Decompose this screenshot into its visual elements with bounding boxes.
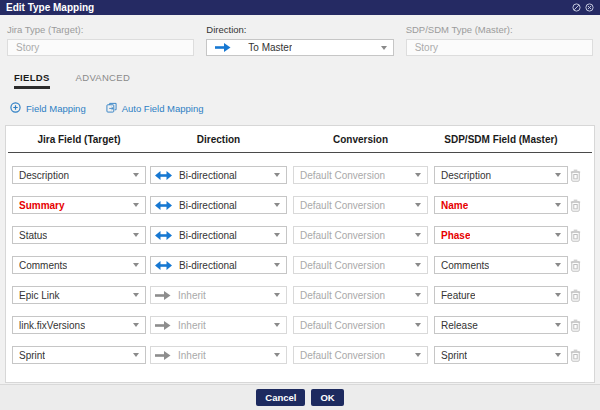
jira-field-select[interactable]: Sprint [12, 346, 146, 364]
conversion-select[interactable]: Default Conversion [293, 166, 428, 184]
chevron-down-icon [274, 353, 280, 357]
chevron-down-icon [133, 203, 139, 207]
auto-field-mapping-label: Auto Field Mapping [122, 103, 204, 114]
edit-type-mapping-dialog: Edit Type Mapping Jira Type (Target): St… [0, 0, 600, 410]
circle-slash-icon[interactable] [572, 3, 581, 12]
arrow-right-icon [215, 43, 231, 52]
chevron-down-icon [415, 173, 421, 177]
sdp-field-select[interactable]: Name [434, 196, 568, 214]
jira-field-value: Summary [19, 200, 65, 211]
jira-field-select[interactable]: Status [12, 226, 146, 244]
tab-bar: FIELDS ADVANCED [0, 64, 600, 89]
conversion-select[interactable]: Default Conversion [293, 286, 428, 304]
direction-select[interactable]: Inherit [150, 346, 287, 364]
conversion-select[interactable]: Default Conversion [293, 196, 428, 214]
arrow-both-icon [155, 201, 172, 210]
field-mapping-button[interactable]: Field Mapping [10, 102, 86, 115]
chevron-down-icon [415, 203, 421, 207]
chevron-down-icon [415, 293, 421, 297]
jira-field-select[interactable]: Comments [12, 256, 146, 274]
direction-value: To Master [248, 42, 292, 53]
sdp-field-select[interactable]: Feature [434, 286, 568, 304]
chevron-down-icon [274, 323, 280, 327]
close-icon[interactable] [585, 3, 594, 12]
table-row: Status Bi-directional Default Conversion… [12, 226, 588, 244]
table-row: Description Bi-directional Default Conve… [12, 166, 588, 184]
jira-field-select[interactable]: Epic Link [12, 286, 146, 304]
jira-type-value: Story [16, 42, 39, 53]
direction-select[interactable]: Bi-directional [150, 256, 287, 274]
chevron-down-icon [133, 293, 139, 297]
jira-field-select[interactable]: Description [12, 166, 146, 184]
chevron-down-icon [274, 293, 280, 297]
conversion-select[interactable]: Default Conversion [293, 226, 428, 244]
chevron-down-icon [133, 263, 139, 267]
sdp-field-value: Release [441, 320, 478, 331]
table-row: Comments Bi-directional Default Conversi… [12, 256, 588, 274]
trash-icon[interactable] [570, 199, 581, 212]
trash-icon[interactable] [570, 229, 581, 242]
direction-select[interactable]: Bi-directional [150, 196, 287, 214]
arrow-right-icon [155, 351, 171, 360]
conversion-select[interactable]: Default Conversion [293, 316, 428, 334]
table-row: Epic Link Inherit Default Conversion Fea… [12, 286, 588, 304]
jira-field-value: link.fixVersions [19, 320, 85, 331]
arrow-both-icon [155, 171, 172, 180]
ok-button[interactable]: OK [311, 389, 343, 406]
chevron-down-icon [555, 233, 561, 237]
conversion-value: Default Conversion [300, 200, 385, 211]
sdp-field-select[interactable]: Description [434, 166, 568, 184]
chevron-down-icon [274, 203, 280, 207]
chevron-down-icon [133, 353, 139, 357]
jira-field-value: Epic Link [19, 290, 60, 301]
direction-dropdown[interactable]: To Master [206, 39, 393, 56]
sdp-field-select[interactable]: Phase [434, 226, 568, 244]
mapping-rows: Description Bi-directional Default Conve… [6, 153, 594, 364]
trash-icon[interactable] [570, 319, 581, 332]
sdp-field-select[interactable]: Comments [434, 256, 568, 274]
chevron-down-icon [133, 233, 139, 237]
chevron-down-icon [133, 323, 139, 327]
conversion-select[interactable]: Default Conversion [293, 346, 428, 364]
arrow-both-icon [155, 231, 172, 240]
direction-value: Bi-directional [179, 230, 237, 241]
conversion-value: Default Conversion [300, 260, 385, 271]
direction-select[interactable]: Bi-directional [150, 226, 287, 244]
field-mapping-table: Jira Field (Target) Direction Conversion… [5, 125, 595, 383]
cancel-button[interactable]: Cancel [256, 389, 305, 406]
auto-field-mapping-button[interactable]: Auto Field Mapping [106, 102, 204, 115]
chevron-down-icon [555, 293, 561, 297]
arrow-right-icon [155, 291, 171, 300]
sdp-type-value: Story [415, 42, 438, 53]
dialog-footer: Cancel OK [0, 384, 600, 410]
trash-icon[interactable] [570, 349, 581, 362]
sdp-type-label: SDP/SDM Type (Master): [406, 24, 593, 35]
table-row: link.fixVersions Inherit Default Convers… [12, 316, 588, 334]
sdp-type-field: Story [406, 39, 593, 56]
jira-field-value: Status [19, 230, 47, 241]
direction-select[interactable]: Inherit [150, 286, 287, 304]
conversion-value: Default Conversion [300, 290, 385, 301]
arrow-right-icon [155, 321, 171, 330]
sdp-field-value: Feature [441, 290, 475, 301]
direction-select[interactable]: Bi-directional [150, 166, 287, 184]
sdp-field-select[interactable]: Release [434, 316, 568, 334]
chevron-down-icon [555, 263, 561, 267]
trash-icon[interactable] [570, 259, 581, 272]
chevron-down-icon [555, 203, 561, 207]
jira-field-select[interactable]: link.fixVersions [12, 316, 146, 334]
tab-advanced[interactable]: ADVANCED [76, 72, 130, 89]
chevron-down-icon [133, 173, 139, 177]
column-header-jira-field: Jira Field (Target) [12, 134, 146, 145]
conversion-value: Default Conversion [300, 230, 385, 241]
direction-value: Inherit [178, 290, 206, 301]
direction-select[interactable]: Inherit [150, 316, 287, 334]
trash-icon[interactable] [570, 289, 581, 302]
jira-field-select[interactable]: Summary [12, 196, 146, 214]
column-header-conversion: Conversion [293, 134, 428, 145]
trash-icon[interactable] [570, 169, 581, 182]
auto-mapping-icon [106, 102, 117, 115]
sdp-field-select[interactable]: Sprint [434, 346, 568, 364]
tab-fields[interactable]: FIELDS [14, 72, 50, 89]
conversion-select[interactable]: Default Conversion [293, 256, 428, 274]
